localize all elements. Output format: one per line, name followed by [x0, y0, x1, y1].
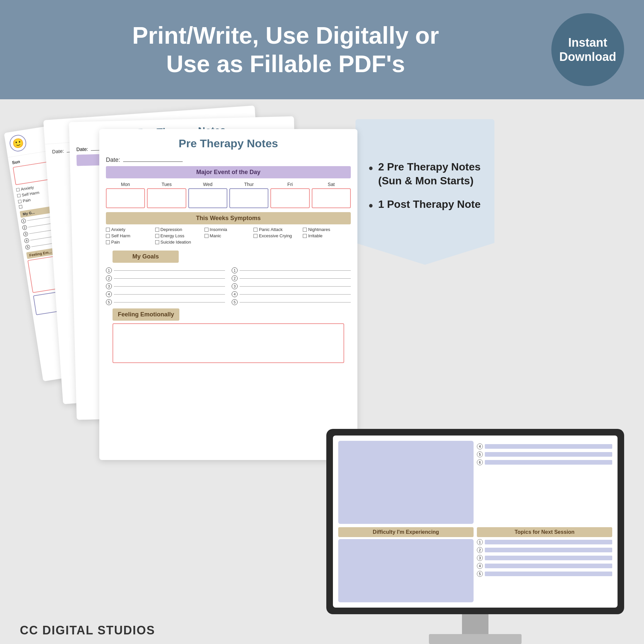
symptom-nightmares: Nightmares [303, 227, 351, 232]
symptom-energy: Energy Loss [155, 233, 203, 238]
goal-4: 4 [106, 291, 225, 297]
bullet-dot-2: • [369, 198, 373, 214]
header-banner: Print/Write, Use Digitally or Use as Fil… [0, 0, 644, 99]
goals-badge: My Goals [113, 251, 179, 263]
topic-4: 4 [477, 563, 612, 569]
symptom-suicide: Suicide Ideation [155, 240, 203, 245]
screen-difficulty: Difficulty I'm Experiencing [338, 527, 474, 602]
goal-2: 2 [106, 275, 225, 281]
symptom-irritable: Irritable [303, 233, 351, 238]
day-sat: Sat [312, 182, 351, 208]
topic-5: 5 [477, 571, 612, 577]
day-tues: Tues [147, 182, 186, 208]
screen-num-row-5: 5 [477, 451, 612, 457]
goal-col2-2: 2 [232, 275, 351, 281]
symptom-depression: Depression [155, 227, 203, 232]
goal-3: 3 [106, 283, 225, 289]
symptom-panic: Panic Attack [253, 227, 301, 232]
feeling-box [113, 323, 344, 363]
doc-pre-front: Pre Therapy Notes Date: Major Event of t… [99, 129, 357, 460]
feeling-section: Feeling Emotionally [99, 305, 357, 363]
goal-col2-3: 3 [232, 283, 351, 289]
symptom-crying: Excessive Crying [253, 233, 301, 238]
goals-section: My Goals 1 1 2 2 [99, 248, 357, 305]
bullet-panel: • 2 Pre Therapy Notes (Sun & Mon Starts)… [355, 119, 494, 265]
bullet-dot-1: • [369, 161, 373, 176]
goal-col2-5: 5 [232, 299, 351, 305]
doc-date-field: Date: [99, 154, 357, 166]
days-grid: Mon Tues Wed Thur Fri [99, 182, 357, 208]
monitor-container: 4 5 6 Difficulty I'm Experiencing [326, 429, 624, 644]
topic-2: 2 [477, 547, 612, 553]
topic-1: 1 [477, 539, 612, 545]
day-mon: Mon [106, 182, 145, 208]
footer-brand: CC DIGITAL STUDIOS [20, 623, 155, 637]
symptom-selfharm: Self Harm [106, 233, 154, 238]
major-event-badge: Major Event of the Day [106, 166, 351, 178]
symptom-anxiety: Anxiety [106, 227, 154, 232]
difficulty-title: Difficulty I'm Experiencing [338, 527, 474, 537]
topics-title: Topics for Next Session [477, 527, 612, 537]
monitor-frame: 4 5 6 Difficulty I'm Experiencing [326, 429, 624, 614]
goal-1: 1 [106, 267, 225, 273]
symptom-insomnia: Insomnia [205, 227, 253, 232]
topics-list: 1 2 3 4 [477, 539, 612, 577]
symptoms-grid: Anxiety Depression Insomnia Panic Attack… [99, 227, 357, 245]
screen-num-row-4: 4 [477, 443, 612, 449]
screen-num-row-6: 6 [477, 459, 612, 465]
bullet-item-1: • 2 Pre Therapy Notes (Sun & Mon Starts) [369, 160, 481, 188]
smiley-icon: 🙂 [9, 134, 27, 153]
header-title: Print/Write, Use Digitally or Use as Fil… [20, 21, 551, 78]
documents-stack: 🙂 Sun Anxiety Self Harm Pain My G... [20, 113, 342, 624]
screen-image-box [338, 441, 474, 524]
difficulty-box [338, 539, 474, 602]
screen-topics: Topics for Next Session 1 2 3 [477, 527, 612, 602]
doc-pre-front-title: Pre Therapy Notes [99, 129, 357, 154]
goal-col2-1: 1 [232, 267, 351, 273]
instant-download-badge: Instant Download [551, 13, 624, 86]
symptom-pain: Pain [106, 240, 154, 245]
day-thur: Thur [229, 182, 268, 208]
day-fri: Fri [270, 182, 309, 208]
screen-numbered-top: 4 5 6 [477, 441, 612, 524]
monitor-stand-base [429, 634, 522, 644]
goal-5: 5 [106, 299, 225, 305]
monitor-stand-neck [462, 614, 488, 634]
monitor-screen: 4 5 6 Difficulty I'm Experiencing [333, 436, 618, 608]
feeling-badge: Feeling Emotionally [113, 308, 179, 321]
symptoms-badge: This Weeks Symptoms [106, 212, 351, 224]
day-wed: Wed [188, 182, 227, 208]
goal-col2-4: 4 [232, 291, 351, 297]
topic-3: 3 [477, 555, 612, 561]
symptom-manic: Manic [205, 233, 253, 238]
bullet-item-2: • 1 Post Therapy Note [369, 198, 481, 214]
